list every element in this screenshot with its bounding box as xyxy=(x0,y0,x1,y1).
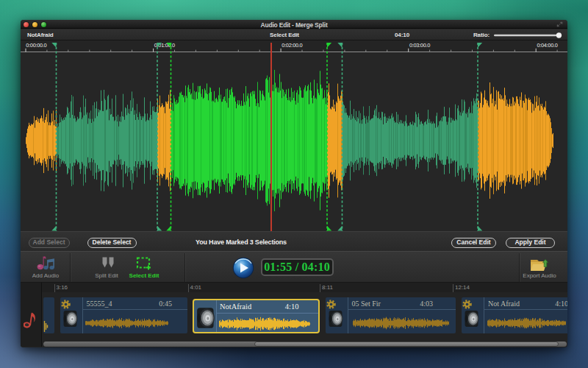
svg-text:0:02:00.0: 0:02:00.0 xyxy=(282,42,302,49)
svg-text:0:03:00.0: 0:03:00.0 xyxy=(409,42,430,49)
svg-text:0:04:00.0: 0:04:00.0 xyxy=(537,42,557,49)
svg-text:0:00:00.0: 0:00:00.0 xyxy=(26,42,46,49)
